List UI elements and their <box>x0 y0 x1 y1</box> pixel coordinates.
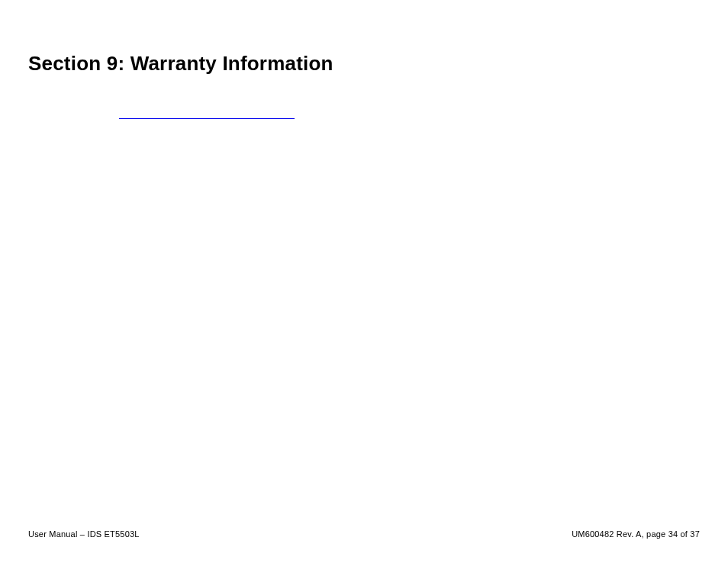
page-footer: User Manual – IDS ET5503L UM600482 Rev. … <box>28 529 700 539</box>
document-page: Section 9: Warranty Information User Man… <box>0 0 728 563</box>
footer-right: UM600482 Rev. A, page 34 of 37 <box>572 529 700 539</box>
link-underline <box>119 118 295 119</box>
footer-left: User Manual – IDS ET5503L <box>28 529 140 539</box>
section-heading: Section 9: Warranty Information <box>28 52 333 76</box>
